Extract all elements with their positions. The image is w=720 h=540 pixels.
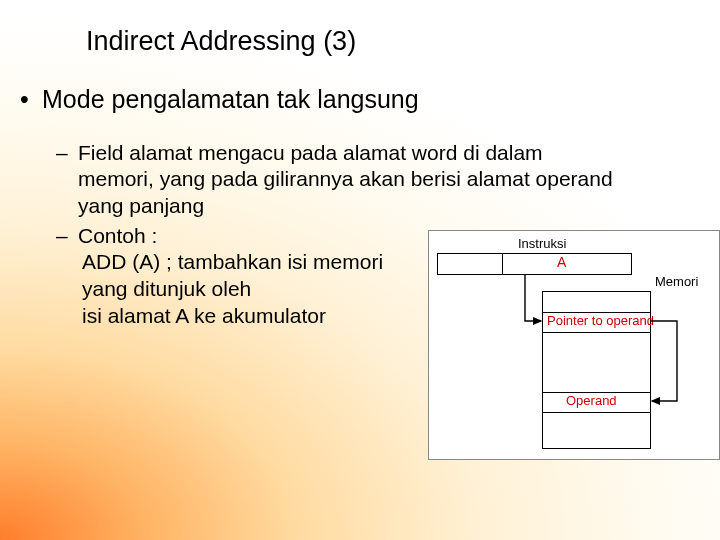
memory-row-divider	[543, 412, 650, 413]
code-line: isi alamat A ke akumulator	[82, 304, 326, 328]
diagram-indirect-addressing: Instruksi A Memori Pointer to operand Op…	[428, 230, 720, 460]
memory-row-divider	[543, 332, 650, 333]
bullet-level-2: – Field alamat mengacu pada alamat word …	[58, 140, 618, 219]
bullet-dash: –	[56, 140, 68, 166]
instruction-box	[437, 253, 632, 275]
code-line: ADD (A) ; tambahkan isi memori	[82, 250, 383, 274]
label-operand: Operand	[566, 393, 617, 408]
bullet-dash: –	[56, 223, 68, 249]
instruction-divider	[502, 254, 503, 274]
bullet-dot: •	[20, 85, 42, 114]
label-memori: Memori	[655, 274, 698, 289]
slide: Indirect Addressing (3) •Mode pengalamat…	[0, 0, 720, 540]
code-line: yang ditunjuk oleh	[82, 277, 251, 301]
label-instruksi: Instruksi	[518, 236, 566, 251]
sub-text-1: Field alamat mengacu pada alamat word di…	[58, 140, 618, 219]
bullet-level-1: •Mode pengalamatan tak langsung	[20, 85, 419, 114]
label-pointer: Pointer to operand	[547, 313, 654, 328]
bullet-text: Mode pengalamatan tak langsung	[42, 85, 419, 113]
label-a: A	[557, 254, 566, 270]
slide-title: Indirect Addressing (3)	[86, 26, 356, 57]
